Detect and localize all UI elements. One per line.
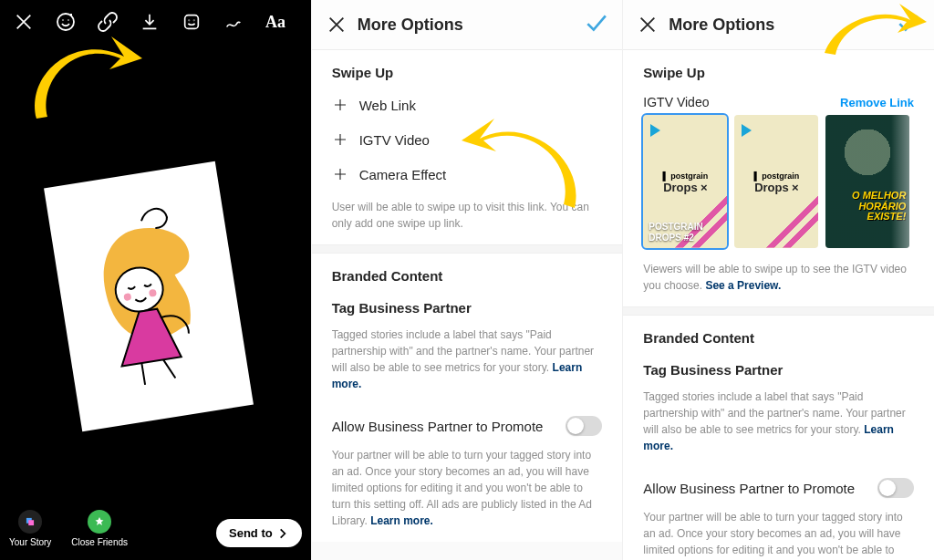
viewer-hint: Viewers will be able to swipe up to see … [623,254,934,306]
triangle-icon [742,124,752,137]
allow-promote-label: Allow Business Partner to Promote [643,481,855,496]
your-story-label: Your Story [9,537,51,547]
your-story-target[interactable]: Your Story [9,510,51,547]
section-branded-content: Branded Content [312,254,623,291]
tag-business-partner-row[interactable]: Tag Business Partner [623,353,934,381]
svg-rect-3 [185,16,199,29]
allow-promote-toggle[interactable] [877,478,914,498]
swipe-up-hint: User will be able to swipe up to visit t… [312,192,623,244]
thumb-yellow-text: O MELHOR HORÁRIO EXISTE! [852,191,906,223]
igtv-thumb-2[interactable]: ▌ postgrain Drops × [734,115,818,248]
section-swipe-up: Swipe Up [312,50,623,88]
svg-rect-10 [28,520,34,525]
more-options-header: More Options [312,0,623,50]
story-photo[interactable] [44,161,254,431]
option-camera-effect-label: Camera Effect [359,167,447,182]
link-icon[interactable] [97,11,119,33]
close-icon[interactable] [327,15,347,35]
story-canvas[interactable] [0,64,311,487]
see-preview-link[interactable]: See a Preview. [705,279,781,292]
plus-icon [332,97,348,113]
done-checkmark-icon[interactable] [896,11,919,38]
igtv-thumbnails: ▌ postgrain Drops × POSTGRAIN DROPS #2 ▌… [623,115,934,254]
more-options-pane-2: More Options Swipe Up IGTV Video Remove … [622,0,934,560]
download-icon[interactable] [139,11,161,33]
chevron-right-icon [276,527,289,540]
learn-more-link[interactable]: Learn more. [370,514,433,527]
close-icon[interactable] [13,11,35,33]
option-igtv-video[interactable]: IGTV Video [312,122,623,157]
triangle-icon [650,124,660,137]
thumb-caption: POSTGRAIN DROPS #2 [643,218,727,248]
story-editor-pane: Aa [0,0,311,560]
tag-hint: Tagged stories include a label that says… [623,381,934,467]
sticker-picker-icon[interactable] [181,11,202,33]
plus-icon [332,131,348,148]
remove-link-button[interactable]: Remove Link [840,96,914,109]
page-title: More Options [669,16,896,35]
send-to-button[interactable]: Send to [216,519,302,547]
send-to-label: Send to [229,526,273,540]
story-bottom-bar: Your Story Close Friends Send to [0,497,311,560]
done-checkmark-icon[interactable] [584,11,607,38]
option-web-link-label: Web Link [359,98,416,113]
plus-icon [332,166,348,182]
tag-business-partner-row[interactable]: Tag Business Partner [312,291,623,319]
close-friends-label: Close Friends [71,537,128,547]
svg-point-0 [57,14,74,30]
thumb-brand: ▌ postgrain Drops × [643,171,727,195]
allow-promote-label: Allow Business Partner to Promote [332,419,544,434]
option-igtv-video-label: IGTV Video [359,132,430,148]
section-swipe-up: Swipe Up [623,50,934,88]
allow-promote-row: Allow Business Partner to Promote [312,405,623,440]
draw-icon[interactable] [223,11,244,33]
section-divider [312,244,623,254]
page-title: More Options [358,16,585,35]
close-icon[interactable] [638,15,658,35]
promote-hint: Your partner will be able to turn your t… [623,502,934,560]
close-friends-target[interactable]: Close Friends [71,510,128,547]
thumb-brand: ▌ postgrain Drops × [734,171,818,195]
section-branded-content: Branded Content [623,316,934,353]
igtv-label: IGTV Video [643,95,709,109]
option-web-link[interactable]: Web Link [312,88,623,122]
more-options-pane-1: More Options Swipe Up Web Link IGTV Vide… [311,0,623,560]
emoji-sticker-icon[interactable] [55,11,77,33]
story-top-toolbar: Aa [0,0,311,44]
allow-promote-toggle[interactable] [566,416,602,436]
promote-hint-text: Your partner will be able to turn your t… [643,511,903,560]
text-icon[interactable]: Aa [265,11,286,33]
igtv-thumb-3[interactable]: O MELHOR HORÁRIO EXISTE! [825,115,909,248]
igtv-thumb-1[interactable]: ▌ postgrain Drops × POSTGRAIN DROPS #2 [643,115,727,248]
allow-promote-row: Allow Business Partner to Promote [623,467,934,502]
option-camera-effect[interactable]: Camera Effect [312,157,623,192]
tag-hint: Tagged stories include a label that says… [312,319,623,405]
section-divider [623,306,934,316]
promote-hint: Your partner will be able to turn your t… [312,440,623,542]
igtv-bar: IGTV Video Remove Link [623,88,934,115]
more-options-header: More Options [623,0,934,50]
